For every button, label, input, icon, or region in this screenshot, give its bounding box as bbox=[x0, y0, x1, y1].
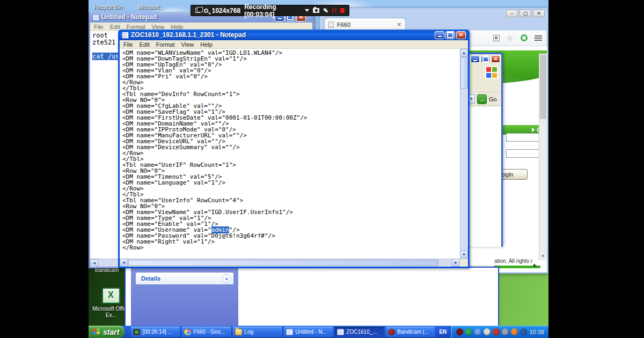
go-button[interactable]: Go bbox=[489, 96, 497, 102]
folder-icon bbox=[235, 329, 242, 335]
windows-logo-icon bbox=[485, 66, 498, 79]
recording-toolbar: 1024x768 Recording [00:03:04] ✎ bbox=[191, 5, 349, 16]
scroll-down-icon[interactable]: ▼ bbox=[539, 253, 547, 260]
ie-close-button[interactable]: ✕ bbox=[491, 55, 500, 63]
menu-edit[interactable]: Edit bbox=[140, 41, 150, 48]
pause-icon[interactable] bbox=[332, 8, 336, 13]
taskbar-clock: 10:38 bbox=[529, 329, 544, 335]
menu-help[interactable]: Help bbox=[200, 41, 213, 48]
chrome-close-button[interactable]: ✕ bbox=[533, 10, 545, 17]
tab-title: F660 bbox=[337, 21, 394, 28]
notepad-icon bbox=[337, 329, 344, 335]
scroll-right-icon[interactable]: ► bbox=[452, 259, 460, 267]
taskbar-buttons: [00:26:14] ...F660 - Goo...LogUntitled -… bbox=[131, 327, 435, 337]
window-mode-icon[interactable] bbox=[195, 8, 200, 13]
taskbar-button[interactable]: [00:26:14] ... bbox=[131, 327, 180, 337]
pencil-icon[interactable]: ✎ bbox=[323, 8, 328, 13]
volume-tray-icon[interactable] bbox=[511, 328, 518, 335]
zoc-h-scrollbar[interactable]: ◄ ► bbox=[120, 259, 460, 267]
extension-icon[interactable] bbox=[521, 34, 528, 41]
scroll-left-icon[interactable]: ◄ bbox=[90, 259, 98, 267]
windows-flag-icon bbox=[93, 328, 100, 335]
chrome-minimize-button[interactable]: – bbox=[506, 10, 518, 17]
taskbar-button[interactable]: Bandicam (... bbox=[386, 327, 435, 337]
screenshot-camera-icon[interactable] bbox=[313, 8, 319, 13]
taskbar-button[interactable]: ZOC1610_... bbox=[335, 327, 384, 337]
desktop-icon-recycle-bin[interactable]: Recycle Bin bbox=[94, 4, 122, 10]
close-button[interactable]: ✕ bbox=[456, 31, 466, 39]
v-scroll-thumb[interactable] bbox=[460, 57, 468, 89]
taskbar-button[interactable]: F660 - Goo... bbox=[182, 327, 231, 337]
arrow-right-icon bbox=[532, 128, 535, 132]
green-app-tray-icon[interactable] bbox=[465, 328, 472, 335]
language-indicator[interactable]: EN bbox=[438, 329, 448, 335]
scroll-left-icon[interactable]: ◄ bbox=[120, 259, 128, 267]
zoc-notepad-window: ZOC1610_192.168.1.1_2301 - Notepad ✕ Fil… bbox=[118, 30, 470, 268]
desktop-icon-microsoft[interactable]: Microsoft... bbox=[138, 4, 164, 10]
start-button[interactable]: start bbox=[89, 326, 125, 338]
dropdown-caret-icon[interactable] bbox=[305, 9, 309, 12]
bandicam-icon bbox=[388, 329, 395, 335]
menu-help[interactable]: Help bbox=[171, 24, 183, 30]
menu-view[interactable]: View bbox=[181, 41, 194, 48]
chrome-maximize-button[interactable]: ▢ bbox=[519, 10, 531, 17]
taskbar-button[interactable]: Untitled - N... bbox=[284, 327, 333, 337]
chevron-collapse-icon[interactable]: » bbox=[222, 274, 231, 283]
ie-minimize-button[interactable] bbox=[471, 55, 480, 63]
recording-status: Recording [00:03:04] bbox=[244, 3, 301, 18]
explorer-task-pane: Details » bbox=[131, 268, 238, 327]
minimize-button[interactable] bbox=[435, 31, 444, 39]
recording-resolution: 1024x768 bbox=[212, 7, 240, 14]
magnifier-icon[interactable] bbox=[204, 9, 208, 13]
scroll-up-icon[interactable]: ▲ bbox=[460, 49, 468, 57]
scroll-right-icon[interactable]: ▶ bbox=[533, 263, 537, 268]
tab-close-icon[interactable]: ✕ bbox=[397, 21, 401, 27]
desktop: Recycle Bin Microsoft... Bandicam Micros… bbox=[89, 0, 548, 338]
scrollbar-thumb[interactable] bbox=[540, 55, 546, 119]
zoc-text-lines: <DM name="WLANViewName" val="IGD.LD1.WLA… bbox=[122, 50, 460, 251]
menu-file[interactable]: File bbox=[94, 24, 104, 30]
maximize-button[interactable] bbox=[445, 31, 455, 39]
browser-menu-icon[interactable] bbox=[535, 35, 542, 41]
taskbar-button[interactable]: Log bbox=[233, 327, 282, 337]
notepad-icon bbox=[286, 329, 293, 335]
gray-app-tray-icon[interactable] bbox=[502, 328, 509, 335]
start-label: start bbox=[103, 328, 119, 336]
bandicam-tray-icon[interactable] bbox=[456, 328, 463, 335]
ie-maximize-button[interactable] bbox=[481, 55, 490, 63]
notepad-icon bbox=[92, 14, 99, 21]
menu-edit[interactable]: Edit bbox=[110, 24, 120, 30]
taskbar: start [00:26:14] ...F660 - Goo...LogUnti… bbox=[89, 326, 548, 338]
menu-view[interactable]: View bbox=[152, 24, 165, 30]
browser-tab[interactable]: F660 ✕ bbox=[324, 18, 406, 31]
menu-file[interactable]: File bbox=[123, 41, 133, 48]
scroll-down-icon[interactable]: ▼ bbox=[460, 251, 468, 259]
zoc-notepad-title: ZOC1610_192.168.1.1_2301 - Notepad bbox=[131, 31, 433, 39]
details-header[interactable]: Details » bbox=[136, 273, 233, 284]
excel-icon[interactable] bbox=[102, 288, 120, 304]
network-computers-tray-icon[interactable] bbox=[474, 328, 481, 335]
details-label: Details bbox=[141, 275, 160, 282]
zoc-v-scrollbar[interactable]: ▲ ▼ bbox=[460, 49, 468, 259]
white-app-tray-icon[interactable] bbox=[484, 328, 491, 335]
go-arrow-icon[interactable]: → bbox=[477, 94, 487, 104]
page-favicon bbox=[328, 21, 334, 28]
bookmark-apps-icon[interactable] bbox=[493, 35, 500, 41]
explorer-window: Details » bbox=[125, 267, 499, 326]
stop-record-icon[interactable] bbox=[340, 8, 345, 13]
chrome-icon bbox=[184, 329, 191, 335]
h-scroll-thumb[interactable] bbox=[128, 260, 438, 266]
display-tray-icon[interactable] bbox=[520, 328, 527, 335]
system-tray: 10:38 bbox=[450, 326, 548, 338]
security-alert-tray-icon[interactable] bbox=[493, 328, 500, 335]
page-scrollbar[interactable]: ▼ bbox=[539, 54, 547, 260]
bookmark-star-icon[interactable]: ☆ bbox=[507, 35, 514, 41]
zoc-text-area[interactable]: <DM name="WLANViewName" val="IGD.LD1.WLA… bbox=[120, 49, 460, 259]
notepad-icon bbox=[122, 32, 129, 39]
menu-format[interactable]: Format bbox=[127, 24, 145, 30]
copyright-text: ation. All rights r bbox=[494, 258, 532, 264]
tray-icons bbox=[456, 328, 527, 335]
monitor-icon bbox=[133, 329, 140, 335]
menu-format[interactable]: Format bbox=[156, 41, 175, 48]
ie-content bbox=[466, 106, 501, 247]
